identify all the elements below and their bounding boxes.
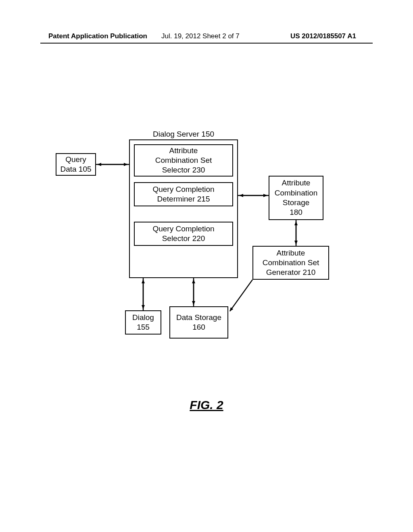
connectors-svg (0, 0, 413, 532)
svg-line-10 (230, 280, 252, 311)
connector-generator-datastorage (230, 280, 252, 311)
figure-caption: FIG. 2 (0, 398, 413, 412)
page: Patent Application Publication Jul. 19, … (0, 0, 413, 532)
